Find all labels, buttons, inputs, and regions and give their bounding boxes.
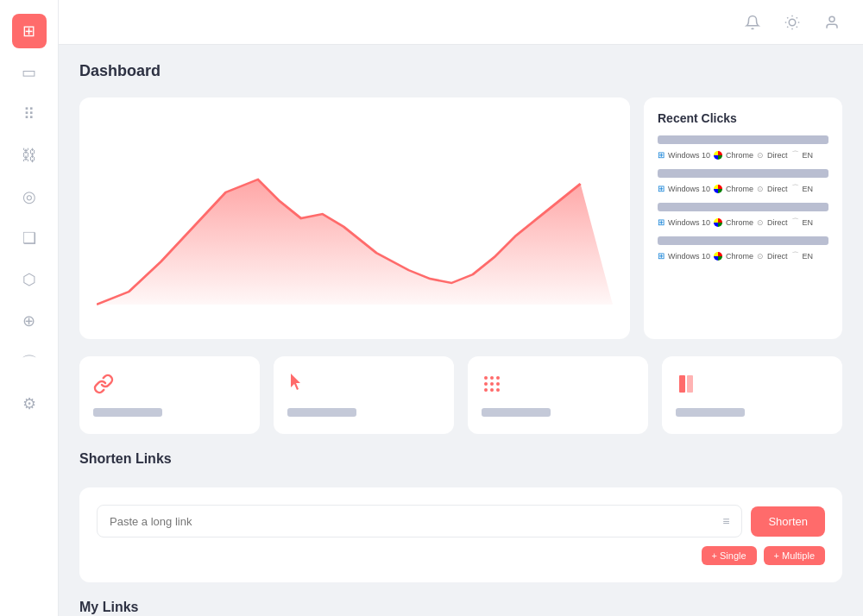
sidebar-item-dashboard[interactable]: ⊞: [12, 14, 47, 48]
sidebar-item-grid[interactable]: ⠿: [12, 97, 47, 131]
shorten-input[interactable]: [110, 515, 715, 528]
click-item: ⊞ Windows 10 Chrome ⊙ Direct ⌒ EN: [658, 236, 828, 261]
click-bar: [658, 236, 828, 245]
svg-rect-19: [679, 375, 685, 393]
os-label: Windows 10: [668, 185, 710, 193]
my-links-title: My Links: [79, 600, 842, 615]
sidebar-item-layers[interactable]: ❑: [12, 221, 47, 255]
globe-icon: ⊕: [22, 311, 35, 330]
lang-label: EN: [803, 185, 814, 193]
source-label: Direct: [767, 185, 788, 193]
click-info: ⊞ Windows 10 Chrome ⊙ Direct ⌒ EN: [658, 183, 828, 194]
user-small-icon: ⌒: [791, 183, 799, 194]
browser-label: Chrome: [726, 185, 753, 193]
lang-label: EN: [803, 218, 814, 227]
shorten-card: ≡ Shorten + Single + Multiple: [79, 487, 842, 582]
svg-point-11: [490, 376, 494, 380]
page-title: Dashboard: [79, 62, 842, 80]
os-windows-icon: ⊞: [658, 251, 665, 261]
bell-icon[interactable]: [739, 9, 766, 36]
sidebar-item-user[interactable]: ⌒: [12, 345, 47, 380]
nodes-icon: ⬡: [22, 270, 36, 289]
grid-icon: ⠿: [23, 104, 35, 123]
book-stat-icon: [676, 374, 696, 399]
dots-stat-icon: [482, 374, 502, 399]
source-label: Direct: [767, 252, 788, 261]
shorten-input-wrapper[interactable]: ≡: [97, 505, 742, 537]
click-bar: [658, 169, 828, 178]
sidebar: ⊞ ▭ ⠿ ⛓ ◎ ❑ ⬡ ⊕ ⌒ ⚙: [0, 0, 59, 616]
svg-point-12: [496, 376, 500, 380]
link-icon: ⛓: [22, 147, 37, 165]
browser-label: Chrome: [726, 151, 753, 160]
svg-point-13: [484, 382, 488, 386]
svg-line-8: [797, 17, 797, 18]
browser-label: Chrome: [726, 252, 753, 261]
os-label: Windows 10: [668, 218, 710, 227]
os-label: Windows 10: [668, 252, 710, 261]
stat-bar: [676, 408, 745, 417]
stat-bar: [287, 408, 356, 417]
click-item: ⊞ Windows 10 Chrome ⊙ Direct ⌒ EN: [658, 169, 828, 194]
sun-icon[interactable]: [778, 9, 806, 36]
layers-icon: ❑: [22, 229, 36, 248]
stats-row: [79, 356, 842, 434]
sidebar-item-page[interactable]: ▭: [12, 55, 47, 90]
svg-point-17: [490, 388, 494, 392]
page-icon: ▭: [22, 63, 36, 82]
page-content: Dashboard Recent Clicks: [59, 45, 863, 616]
area-chart: [97, 132, 613, 322]
link-stat-icon: [93, 374, 114, 399]
svg-line-7: [787, 26, 788, 27]
click-item: ⊞ Windows 10 Chrome ⊙ Direct ⌒ EN: [658, 203, 828, 228]
shorten-links-section: Shorten Links: [79, 451, 842, 470]
main-content: Dashboard Recent Clicks: [59, 0, 863, 616]
svg-rect-20: [687, 375, 693, 393]
circle-icon: ◎: [22, 187, 36, 206]
sidebar-item-circle[interactable]: ◎: [12, 179, 47, 214]
direct-icon: ⊙: [757, 151, 764, 160]
menu-icon: ≡: [722, 514, 729, 528]
direct-icon: ⊙: [757, 185, 764, 193]
os-label: Windows 10: [668, 151, 710, 160]
sidebar-item-nodes[interactable]: ⬡: [12, 262, 47, 297]
stat-bar: [482, 408, 551, 417]
svg-point-15: [496, 382, 500, 386]
os-windows-icon: ⊞: [658, 184, 665, 193]
click-bar: [658, 203, 828, 211]
os-windows-icon: ⊞: [658, 217, 665, 227]
lang-label: EN: [803, 252, 814, 261]
stat-card-clicks: [274, 356, 454, 434]
click-stat-icon: [287, 374, 308, 399]
chrome-icon: [714, 252, 722, 261]
recent-clicks-card: Recent Clicks ⊞ Windows 10 Chrome ⊙ Dire…: [644, 97, 842, 339]
recent-clicks-title: Recent Clicks: [658, 111, 828, 125]
shorten-input-row: ≡ Shorten: [97, 505, 825, 537]
os-windows-icon: ⊞: [658, 150, 665, 160]
multiple-tag-button[interactable]: + Multiple: [764, 546, 825, 565]
stat-card-links: [79, 356, 260, 434]
stat-card-domains: [468, 356, 648, 434]
avatar-icon[interactable]: [818, 9, 846, 36]
stat-bar: [93, 408, 162, 417]
dashboard-top-section: Recent Clicks ⊞ Windows 10 Chrome ⊙ Dire…: [79, 97, 842, 339]
sidebar-item-settings[interactable]: ⚙: [12, 387, 47, 421]
user-icon: ⌒: [22, 352, 37, 373]
topbar: [59, 0, 863, 45]
sidebar-item-link[interactable]: ⛓: [12, 138, 47, 173]
single-tag-button[interactable]: + Single: [702, 546, 757, 565]
dashboard-icon: ⊞: [22, 22, 35, 41]
user-small-icon: ⌒: [791, 250, 799, 261]
lang-label: EN: [803, 151, 814, 160]
user-small-icon: ⌒: [791, 217, 799, 228]
svg-point-0: [789, 19, 796, 26]
svg-line-4: [797, 26, 797, 27]
shorten-button[interactable]: Shorten: [751, 506, 825, 537]
svg-point-18: [496, 388, 500, 392]
svg-point-14: [490, 382, 494, 386]
chart-card: [79, 97, 630, 339]
click-item: ⊞ Windows 10 Chrome ⊙ Direct ⌒ EN: [658, 135, 828, 160]
svg-point-16: [484, 388, 488, 392]
sidebar-item-globe[interactable]: ⊕: [12, 304, 47, 338]
source-label: Direct: [767, 218, 788, 227]
